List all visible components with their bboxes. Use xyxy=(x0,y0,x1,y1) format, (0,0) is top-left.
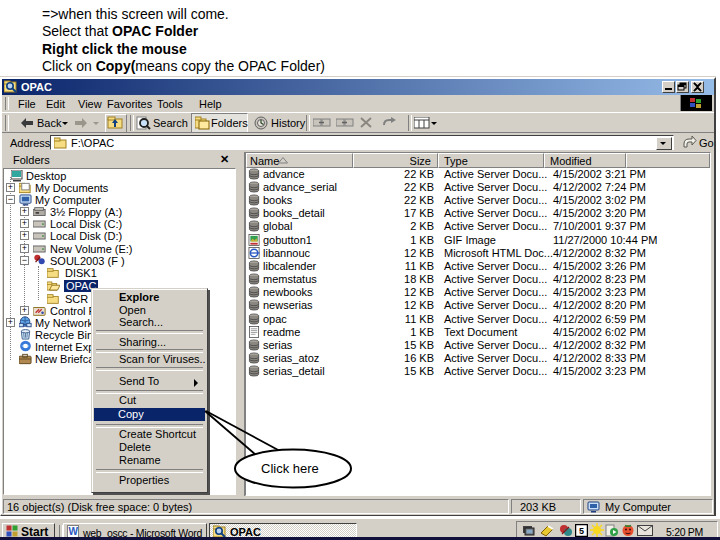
svg-text:5: 5 xyxy=(579,526,584,536)
svg-text:Click here: Click here xyxy=(261,461,319,476)
svg-text:W: W xyxy=(69,526,79,537)
